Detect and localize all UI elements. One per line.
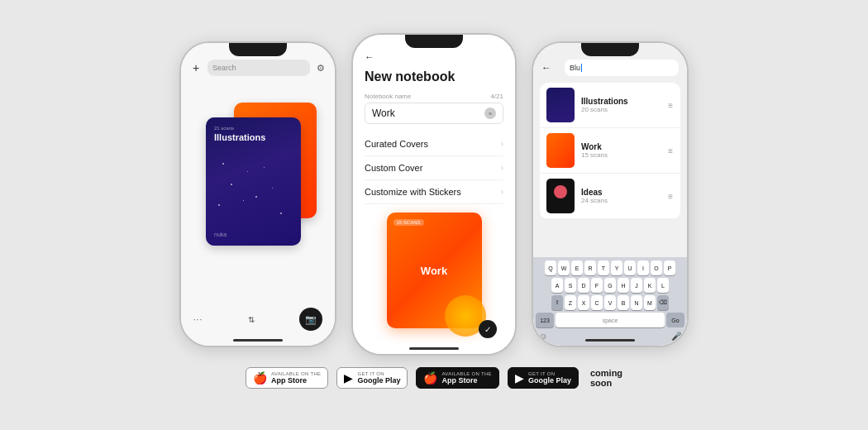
main-content: + Search ⚙ 21 scans Illustrations: [179, 33, 689, 356]
key-c[interactable]: C: [591, 295, 603, 310]
key-w[interactable]: W: [558, 260, 570, 275]
key-v[interactable]: V: [604, 295, 616, 310]
ideas-count: 24 scans: [581, 197, 661, 204]
chevron-right-icon: ›: [501, 140, 503, 148]
custom-cover-item[interactable]: Custom Cover ›: [365, 156, 503, 180]
key-u[interactable]: U: [624, 260, 636, 275]
key-q[interactable]: Q: [545, 260, 556, 275]
key-f[interactable]: F: [591, 278, 603, 293]
keyboard: Q W E R T Y U I O P A S D: [533, 257, 687, 346]
key-o[interactable]: O: [651, 260, 662, 275]
new-notebook-title: New notebook: [365, 69, 503, 84]
work-info: Work 15 scans: [581, 142, 661, 159]
keyboard-row2: A S D F G H J K L: [536, 278, 684, 293]
list-item-illustrations[interactable]: Illustrations 20 scans ≡: [540, 83, 680, 128]
work-title: Work: [581, 142, 661, 151]
settings-icon[interactable]: ⚙: [315, 62, 327, 74]
phone3-back-button[interactable]: ←: [541, 62, 551, 74]
badge-googleplay-dark[interactable]: ▶ GET IT ON Google Play: [508, 367, 579, 389]
search-bar[interactable]: Search: [207, 60, 310, 76]
key-i[interactable]: I: [637, 260, 649, 275]
key-h[interactable]: H: [618, 278, 629, 293]
preview-scans-badge: 15 SCANS: [393, 219, 424, 226]
numbers-key[interactable]: 123: [536, 313, 554, 327]
illus-thumbnail: [546, 88, 575, 122]
key-d[interactable]: D: [578, 278, 589, 293]
work-menu-icon[interactable]: ≡: [668, 146, 674, 155]
phone1-screen: + Search ⚙ 21 scans Illustrations: [181, 43, 335, 346]
ideas-info: Ideas 24 scans: [581, 188, 661, 204]
badge-googleplay-grey[interactable]: ▶ GET IT ON Google Play: [336, 367, 408, 389]
ideas-thumbnail: [546, 179, 575, 213]
ideas-menu-icon[interactable]: ≡: [668, 192, 674, 201]
phone1-content: + Search ⚙ 21 scans Illustrations: [181, 43, 335, 346]
mic-icon[interactable]: 🎤: [671, 332, 681, 341]
space-key[interactable]: space: [556, 313, 665, 327]
key-e[interactable]: E: [571, 260, 583, 275]
illus-menu-icon[interactable]: ≡: [668, 101, 674, 110]
key-l[interactable]: L: [657, 278, 669, 293]
store-badges-row: 🍎 Available on the App Store ▶ GET IT ON…: [246, 367, 622, 389]
input-value: Work: [372, 108, 484, 119]
notebook-stack: 21 scans Illustrations: [189, 86, 327, 276]
coming-soon-text: comingsoon: [590, 368, 622, 388]
key-n[interactable]: N: [631, 295, 642, 310]
badge-main-googleplay-dark: Google Play: [528, 376, 571, 385]
home-indicator2[interactable]: [409, 347, 459, 350]
input-label-text: Notebook name: [365, 93, 411, 100]
list-item-ideas[interactable]: Ideas 24 scans ≡: [540, 174, 680, 219]
phone3-content: ← Blu Illustrations 20 scans: [533, 43, 687, 346]
key-x[interactable]: X: [578, 295, 589, 310]
illus-info: Illustrations 20 scans: [581, 97, 661, 113]
key-t[interactable]: T: [598, 260, 609, 275]
phone1: + Search ⚙ 21 scans Illustrations: [179, 41, 336, 347]
key-s[interactable]: S: [565, 278, 576, 293]
stickers-item[interactable]: Customize with Stickers ›: [365, 180, 503, 204]
key-p[interactable]: P: [664, 260, 675, 275]
phone2: ← New notebook Notebook name 4/21 Work ×…: [351, 33, 517, 356]
camera-button[interactable]: 📷: [299, 308, 322, 331]
key-b[interactable]: B: [618, 295, 629, 310]
illus-title: Illustrations: [581, 97, 661, 106]
key-r[interactable]: R: [584, 260, 596, 275]
go-key[interactable]: Go: [666, 313, 684, 327]
emoji-icon[interactable]: ☺: [539, 332, 547, 341]
clear-button[interactable]: ×: [484, 108, 496, 119]
notebook-list: Illustrations 20 scans ≡ Work 15 scans ≡: [540, 83, 680, 219]
notebook-name-input[interactable]: Work ×: [365, 103, 503, 124]
home-indicator[interactable]: [233, 339, 283, 342]
phone1-header: + Search ⚙: [189, 60, 327, 76]
search-input-active[interactable]: Blu: [565, 60, 679, 76]
badge-main-googleplay-grey: Google Play: [357, 376, 400, 385]
shift-key[interactable]: ⇧: [551, 295, 563, 310]
nb-scans-label: 21 scans: [214, 126, 265, 131]
key-a[interactable]: A: [551, 278, 563, 293]
backspace-key[interactable]: ⌫: [657, 295, 669, 310]
keyboard-row1: Q W E R T Y U I O P: [536, 260, 684, 275]
add-button[interactable]: +: [189, 61, 203, 74]
work-notebook-preview: 15 SCANS Work: [387, 213, 482, 328]
badge-main-appstore-grey: App Store: [271, 376, 322, 385]
text-cursor: [581, 64, 582, 72]
confirm-button[interactable]: ✓: [479, 320, 497, 338]
key-k[interactable]: K: [644, 278, 656, 293]
key-j[interactable]: J: [631, 278, 642, 293]
more-options-icon[interactable]: ···: [193, 315, 203, 324]
filter-icon[interactable]: ⇅: [248, 315, 255, 324]
phone2-notch: [405, 35, 463, 48]
back-button[interactable]: ←: [365, 51, 374, 63]
badge-appstore-grey[interactable]: 🍎 Available on the App Store: [246, 367, 329, 389]
curated-covers-item[interactable]: Curated Covers ›: [365, 132, 503, 156]
input-char-count: 4/21: [490, 93, 503, 100]
key-z[interactable]: Z: [565, 295, 576, 310]
curated-covers-label: Curated Covers: [365, 139, 428, 149]
list-item-work[interactable]: Work 15 scans ≡: [540, 128, 680, 174]
badge-appstore-dark[interactable]: 🍎 Available on the App Store: [416, 367, 499, 389]
key-g[interactable]: G: [604, 278, 616, 293]
key-m[interactable]: M: [644, 295, 656, 310]
notebook-illustrations[interactable]: 21 scans Illustrations: [206, 117, 301, 246]
phone2-content: ← New notebook Notebook name 4/21 Work ×…: [353, 35, 515, 354]
key-y[interactable]: Y: [611, 260, 622, 275]
home-indicator3[interactable]: [585, 339, 635, 342]
nb-illustrations-title: Illustrations: [214, 132, 265, 142]
